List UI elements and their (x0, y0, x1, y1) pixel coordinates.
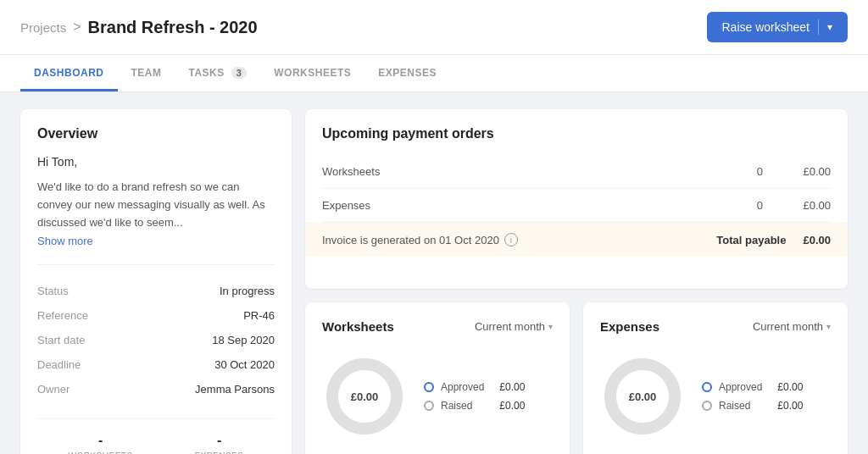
header: Projects > Brand Refresh - 2020 Raise wo… (0, 0, 868, 55)
raise-worksheet-button[interactable]: Raise worksheet ▾ (707, 12, 849, 42)
expenses-month-selector[interactable]: Current month ▾ (753, 320, 831, 333)
expenses-donut: £0.00 (600, 354, 685, 439)
expenses-chart-title: Expenses (600, 319, 659, 334)
breadcrumb-separator: > (73, 19, 81, 35)
expenses-month-arrow: ▾ (826, 322, 831, 331)
meta-status: Status In progress (37, 279, 275, 303)
meta-start-date: Start date 18 Sep 2020 (37, 328, 275, 352)
button-divider (818, 19, 819, 35)
breadcrumb: Projects > Brand Refresh - 2020 (20, 18, 258, 37)
invoice-text: Invoice is generated on 01 Oct 2020 (322, 234, 499, 246)
expenses-chart-header: Expenses Current month ▾ (600, 319, 831, 334)
worksheets-chart-area: £0.00 Approved £0.00 Raised £0.00 (322, 347, 553, 446)
expenses-raised-dot (702, 401, 712, 411)
main-content: Overview Hi Tom, We'd like to do a brand… (0, 92, 868, 454)
expenses-approved-dot (702, 382, 712, 392)
worksheets-donut: £0.00 (322, 354, 407, 439)
meta-deadline: Deadline 30 Oct 2020 (37, 352, 275, 377)
worksheets-legend: Approved £0.00 Raised £0.00 (424, 381, 525, 412)
expenses-legend: Approved £0.00 Raised £0.00 (702, 381, 803, 412)
worksheets-month-selector[interactable]: Current month ▾ (475, 320, 553, 333)
overview-greeting: Hi Tom, (37, 155, 275, 169)
raise-worksheet-label: Raise worksheet (722, 20, 810, 34)
expenses-donut-label: £0.00 (629, 390, 657, 403)
divider-1 (37, 264, 275, 265)
tab-expenses[interactable]: EXPENSES (364, 55, 450, 91)
overview-card: Overview Hi Tom, We'd like to do a brand… (20, 109, 292, 454)
invoice-row: Invoice is generated on 01 Oct 2020 i To… (305, 223, 848, 257)
expenses-legend-approved: Approved £0.00 (702, 381, 803, 393)
overview-footer: - WORKSHEETS - EXPENSES (37, 418, 275, 454)
total-payable-label: Total payable (716, 234, 786, 246)
tab-dashboard[interactable]: DASHBOARD (20, 55, 118, 91)
overview-title: Overview (37, 126, 275, 141)
payment-row-expenses: Expenses 0 £0.00 (322, 189, 831, 223)
total-payable-amount: £0.00 (803, 234, 831, 246)
app-container: Projects > Brand Refresh - 2020 Raise wo… (0, 0, 868, 454)
worksheets-chart-card: Worksheets Current month ▾ £0.00 (305, 302, 570, 454)
tab-worksheets[interactable]: WORKSHEETS (260, 55, 364, 91)
breadcrumb-parent[interactable]: Projects (20, 20, 66, 35)
worksheets-chart-header: Worksheets Current month ▾ (322, 319, 553, 334)
info-icon[interactable]: i (504, 233, 518, 246)
worksheets-month-arrow: ▾ (548, 322, 553, 331)
overview-body: We'd like to do a brand refresh so we ca… (37, 179, 275, 231)
nav-tabs: DASHBOARD TEAM TASKS 3 WORKSHEETS EXPENS… (0, 55, 868, 92)
expenses-legend-raised: Raised £0.00 (702, 400, 803, 412)
show-more-link[interactable]: Show more (37, 235, 275, 247)
upcoming-payments-title: Upcoming payment orders (322, 126, 831, 141)
legend-raised: Raised £0.00 (424, 400, 525, 412)
worksheets-chart-title: Worksheets (322, 319, 394, 334)
expenses-chart-area: £0.00 Approved £0.00 Raised £0.00 (600, 347, 831, 446)
tab-team[interactable]: TEAM (118, 55, 175, 91)
raise-worksheet-arrow[interactable]: ▾ (827, 21, 832, 33)
bottom-charts: Worksheets Current month ▾ £0.00 (305, 302, 848, 454)
footer-worksheets: - WORKSHEETS (68, 433, 132, 454)
worksheets-donut-label: £0.00 (351, 390, 379, 403)
tab-tasks[interactable]: TASKS 3 (175, 55, 261, 91)
meta-owner: Owner Jemma Parsons (37, 377, 275, 401)
upcoming-payments-card: Upcoming payment orders Worksheets 0 £0.… (305, 109, 848, 289)
meta-reference: Reference PR-46 (37, 303, 275, 328)
page-title: Brand Refresh - 2020 (88, 18, 258, 37)
raised-dot (424, 401, 434, 411)
footer-expenses: - EXPENSES (195, 433, 244, 454)
legend-approved: Approved £0.00 (424, 381, 525, 393)
expenses-chart-card: Expenses Current month ▾ £0.00 (583, 302, 848, 454)
tasks-badge: 3 (231, 67, 248, 79)
approved-dot (424, 382, 434, 392)
payment-row-worksheets: Worksheets 0 £0.00 (322, 155, 831, 189)
